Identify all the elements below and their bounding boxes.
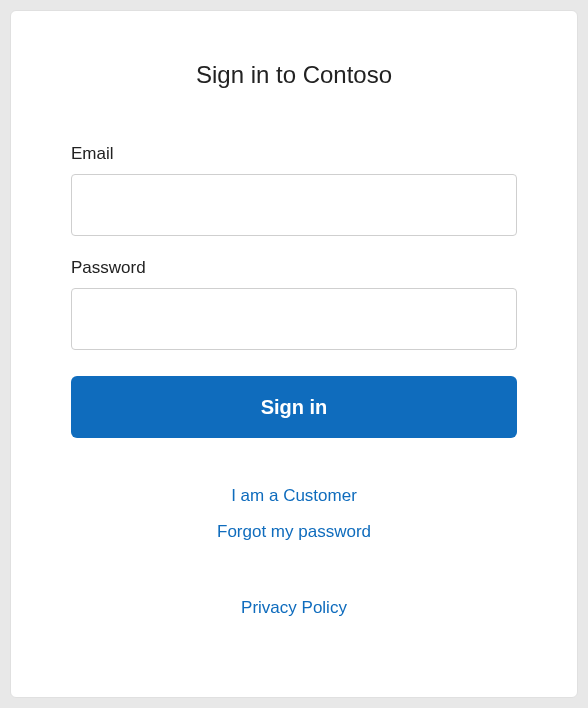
email-label: Email — [71, 144, 517, 164]
password-input[interactable] — [71, 288, 517, 350]
privacy-section: Privacy Policy — [71, 590, 517, 626]
forgot-password-link[interactable]: Forgot my password — [217, 522, 371, 542]
customer-link[interactable]: I am a Customer — [231, 486, 357, 506]
password-label: Password — [71, 258, 517, 278]
email-input[interactable] — [71, 174, 517, 236]
privacy-policy-link[interactable]: Privacy Policy — [241, 598, 347, 618]
signin-card: Sign in to Contoso Email Password Sign i… — [10, 10, 578, 698]
secondary-links: I am a Customer Forgot my password — [71, 478, 517, 550]
password-group: Password — [71, 258, 517, 350]
signin-button[interactable]: Sign in — [71, 376, 517, 438]
page-title: Sign in to Contoso — [71, 61, 517, 89]
email-group: Email — [71, 144, 517, 236]
